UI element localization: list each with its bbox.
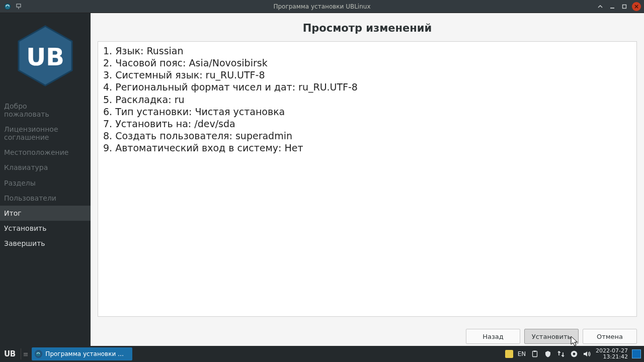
- summary-panel: 1. Язык: Russian2. Часовой пояс: Asia/No…: [98, 41, 637, 317]
- titlebar-left-icons: [0, 2, 23, 11]
- svg-rect-4: [623, 5, 626, 8]
- titlebar: Программа установки UBLinux: [0, 0, 644, 13]
- summary-line-5: 5. Раскладка: ru: [103, 94, 631, 106]
- notes-tray-icon[interactable]: [505, 350, 513, 358]
- window-title: Программа установки UBLinux: [0, 3, 644, 10]
- svg-point-9: [36, 351, 41, 356]
- back-button[interactable]: Назад: [466, 329, 520, 344]
- network-tray-icon[interactable]: [556, 349, 566, 358]
- pin-icon[interactable]: [14, 2, 23, 11]
- svg-rect-10: [533, 351, 537, 357]
- maximize-button[interactable]: [620, 2, 629, 11]
- show-desktop-button[interactable]: [632, 349, 641, 358]
- clipboard-tray-icon[interactable]: [530, 349, 539, 358]
- window-controls: [596, 2, 644, 11]
- sidebar-step-5[interactable]: Пользователи: [0, 191, 91, 206]
- sidebar-step-1[interactable]: Лицензионное соглашение: [0, 122, 91, 145]
- sidebar-step-7[interactable]: Установить: [0, 221, 91, 236]
- task-app-icon: [35, 350, 43, 358]
- volume-tray-icon[interactable]: [583, 349, 592, 358]
- svg-text:UB: UB: [26, 43, 64, 71]
- app-icon: [3, 2, 12, 11]
- summary-line-6: 6. Тип установки: Чистая установка: [103, 106, 631, 118]
- taskbar-divider: [21, 348, 21, 359]
- sidebar-step-4[interactable]: Разделы: [0, 175, 91, 191]
- taskbar: UB ≡ Программа установки U... EN 2022-07…: [0, 346, 644, 362]
- svg-point-13: [573, 353, 576, 355]
- installer-window: UB Добро пожаловатьЛицензионное соглашен…: [0, 13, 644, 346]
- svg-rect-11: [534, 351, 536, 352]
- taskbar-task-installer[interactable]: Программа установки U...: [32, 347, 132, 360]
- updates-tray-icon[interactable]: [570, 349, 579, 358]
- summary-line-8: 8. Создать пользователя: superadmin: [103, 130, 631, 142]
- keyboard-layout-indicator[interactable]: EN: [517, 349, 526, 358]
- clock[interactable]: 2022-07-27 13:21:42: [596, 348, 628, 359]
- clock-time: 13:21:42: [596, 354, 628, 360]
- sidebar-step-2[interactable]: Местоположение: [0, 145, 91, 160]
- summary-line-7: 7. Установить на: /dev/sda: [103, 118, 631, 130]
- summary-line-9: 9. Автоматический вход в систему: Нет: [103, 142, 631, 154]
- install-button[interactable]: Установить: [524, 329, 579, 344]
- show-desktop-list-icon[interactable]: ≡: [22, 350, 30, 358]
- sidebar-logo: UB: [0, 13, 91, 99]
- cancel-button[interactable]: Отмена: [583, 329, 637, 344]
- svg-point-0: [5, 4, 11, 10]
- sidebar-step-3[interactable]: Клавиатура: [0, 160, 91, 175]
- close-button[interactable]: [632, 2, 641, 11]
- system-tray: EN 2022-07-27 13:21:42: [505, 348, 644, 359]
- summary-line-4: 4. Региональный формат чисел и дат: ru_R…: [103, 81, 631, 93]
- minimize-button[interactable]: [608, 2, 617, 11]
- sidebar-step-8[interactable]: Завершить: [0, 236, 91, 251]
- content-area: Просмотр изменений 1. Язык: Russian2. Ча…: [91, 13, 644, 346]
- summary-line-2: 2. Часовой пояс: Asia/Novosibirsk: [103, 57, 631, 69]
- shade-button[interactable]: [596, 2, 605, 11]
- security-tray-icon[interactable]: [543, 349, 552, 358]
- button-row: Назад Установить Отмена: [466, 329, 637, 344]
- taskbar-task-label: Программа установки U...: [45, 350, 127, 357]
- svg-rect-1: [17, 4, 21, 7]
- summary-line-3: 3. Системный язык: ru_RU.UTF-8: [103, 69, 631, 81]
- start-menu-button[interactable]: UB: [0, 349, 20, 358]
- summary-line-1: 1. Язык: Russian: [103, 45, 631, 57]
- sidebar: UB Добро пожаловатьЛицензионное соглашен…: [0, 13, 91, 346]
- sidebar-step-6[interactable]: Итог: [0, 206, 91, 221]
- sidebar-step-0[interactable]: Добро пожаловать: [0, 99, 91, 122]
- page-title: Просмотр изменений: [98, 19, 637, 41]
